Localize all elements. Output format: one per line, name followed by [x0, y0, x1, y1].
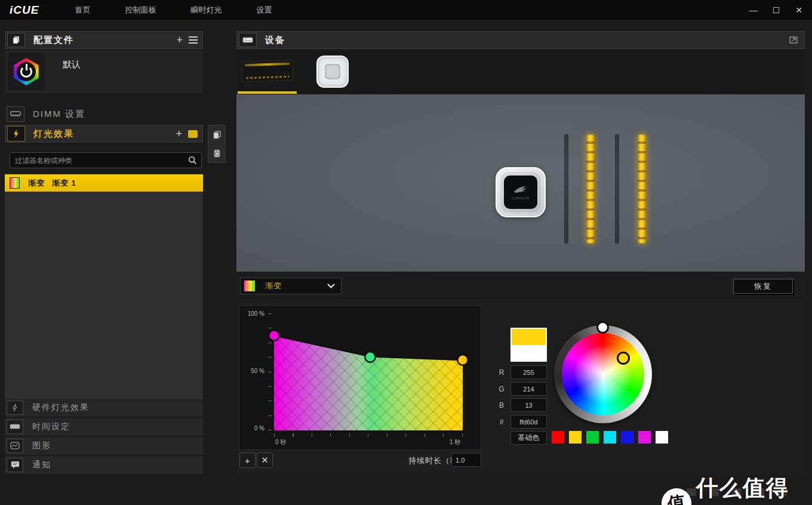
menu-home[interactable]: 首页 [75, 5, 90, 16]
search-icon[interactable] [188, 156, 197, 165]
devices-header: 设备 [236, 31, 805, 49]
timing-dimm-icon [7, 420, 23, 434]
ram-stick-lit[interactable] [638, 134, 646, 244]
dimm-settings-row[interactable]: DIMM 设置 [5, 105, 203, 123]
profile-item-default[interactable]: 默认 [5, 50, 203, 93]
devices-title: 设备 [265, 35, 285, 46]
blue-input[interactable] [510, 398, 547, 412]
color-preview-top [512, 329, 546, 345]
hex-label: # [497, 418, 506, 426]
nav-notifications[interactable]: 通知 [5, 456, 203, 474]
speech-bubble-icon [7, 458, 23, 472]
r-label: R [497, 368, 506, 377]
smzdm-watermark: 值 什么值得买 [662, 473, 812, 505]
ram-stick-unlit[interactable] [564, 134, 568, 244]
color-swatch[interactable] [655, 430, 669, 444]
nav-timing[interactable]: 时间设定 [5, 418, 203, 436]
effect-type-select[interactable]: 渐变 [240, 278, 342, 294]
dimm-icon [7, 106, 24, 122]
effect-list[interactable] [5, 192, 203, 399]
color-preview-bottom [512, 345, 546, 361]
profiles-header: 配置文件 + [5, 31, 203, 49]
corsair-sails-icon [513, 184, 528, 195]
duration-input[interactable] [451, 453, 481, 467]
gradient-stop-handle[interactable] [365, 351, 376, 362]
ram-stick-unlit[interactable] [615, 134, 619, 244]
remove-gradient-stop-button[interactable]: ✕ [257, 452, 273, 468]
minimize-button[interactable]: — [749, 5, 758, 15]
hue-saturation-wheel[interactable] [562, 333, 644, 415]
b-label: B [497, 401, 506, 409]
x-tick-1: 1 秒 [450, 438, 460, 447]
add-effect-button[interactable]: + [176, 128, 182, 139]
lighting-effects-title: 灯光效果 [33, 128, 74, 140]
hardware-lightning-icon [7, 401, 23, 415]
gradient-plot[interactable] [274, 313, 463, 430]
device-tabs [236, 50, 805, 94]
effect-list-item-selected[interactable]: 渐变 渐变 1 [5, 174, 203, 192]
color-swatch[interactable] [568, 430, 582, 444]
pump-block[interactable]: CORSAIR [496, 167, 546, 217]
device-tab-cooler[interactable] [313, 53, 352, 90]
paste-effect-icon[interactable] [213, 149, 221, 158]
menu-settings[interactable]: 设置 [256, 5, 272, 16]
nav-label: 硬件灯光效果 [32, 402, 90, 413]
left-nav: 硬件灯光效果 时间设定 图形 通知 [5, 399, 203, 475]
green-input[interactable] [510, 382, 547, 396]
color-swatch[interactable] [586, 430, 599, 444]
nav-hardware-lighting[interactable]: 硬件灯光效果 [5, 399, 203, 417]
red-input[interactable] [510, 365, 547, 379]
color-selector-handle[interactable] [617, 352, 630, 365]
restore-button[interactable]: 恢复 [733, 279, 793, 294]
profile-name: 默认 [63, 59, 81, 70]
gradient-stop-handle[interactable] [457, 355, 469, 366]
hex-field-row: # [497, 415, 547, 429]
nav-graphing[interactable]: 图形 [5, 437, 203, 455]
effect-color-chip[interactable] [188, 130, 198, 138]
ram-stick-lit[interactable] [586, 134, 595, 244]
menu-instant-lighting[interactable]: 瞬时灯光 [190, 5, 222, 16]
green-field-row: G [497, 382, 547, 396]
smzdm-badge: 值 [660, 486, 693, 505]
color-wheel [554, 325, 652, 423]
copy-effect-icon[interactable] [213, 130, 222, 140]
pump-thumbnail [316, 56, 349, 88]
nav-label: 图形 [32, 441, 51, 451]
effect-controls-row: 渐变 恢复 [236, 272, 805, 298]
color-swatch[interactable] [603, 430, 617, 444]
color-swatch[interactable] [551, 430, 565, 444]
color-swatch[interactable] [620, 430, 634, 444]
dimm-settings-label: DIMM 设置 [33, 109, 85, 120]
g-label: G [497, 385, 506, 393]
gradient-stop-handle[interactable] [269, 330, 280, 341]
brightness-ring-handle[interactable] [596, 321, 609, 334]
color-swatch[interactable] [638, 430, 651, 444]
x-axis-ticks [274, 433, 463, 437]
icue-profile-icon [13, 58, 40, 85]
color-swatches [551, 430, 669, 444]
profiles-title: 配置文件 [33, 35, 74, 46]
ram-stick-thumbnail [241, 60, 293, 82]
hex-input[interactable] [510, 415, 547, 429]
device-tab-dimm[interactable] [238, 50, 297, 93]
panel-expand-icon[interactable] [789, 36, 798, 44]
blue-field-row: B [497, 398, 547, 412]
add-profile-button[interactable]: + [176, 35, 183, 45]
window-controls: — ☐ ✕ [749, 0, 804, 20]
chevron-down-icon [327, 284, 335, 288]
main-menu: 首页 控制面板 瞬时灯光 设置 [75, 5, 272, 16]
y-tick-50: 50 % [242, 368, 264, 374]
add-gradient-stop-button[interactable]: + [239, 452, 256, 468]
menu-dashboard[interactable]: 控制面板 [125, 5, 156, 16]
profiles-menu-icon[interactable] [189, 35, 198, 45]
maximize-button[interactable]: ☐ [771, 5, 781, 15]
active-tab-underline [238, 91, 297, 94]
effect-search-input[interactable] [10, 156, 188, 165]
gradient-chart-panel: 100 % 50 % 0 % 0 秒 1 秒 [239, 305, 481, 450]
basic-colors-button[interactable]: 基础色 [510, 431, 547, 445]
effect-editor: 100 % 50 % 0 % 0 秒 1 秒 + ✕ 持续时长（秒） R [236, 298, 805, 475]
corsair-brand-text: CORSAIR [512, 196, 530, 200]
close-button[interactable]: ✕ [794, 5, 804, 15]
icue-logo: iCUE [10, 4, 39, 17]
gradient-effect-icon [10, 177, 20, 189]
